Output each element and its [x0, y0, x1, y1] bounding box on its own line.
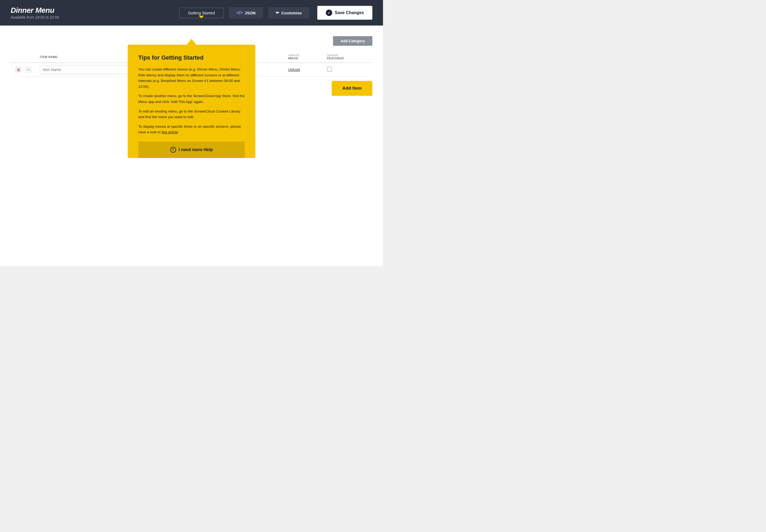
- tooltip-para-1: You can create different menus (e.g. Din…: [138, 67, 245, 89]
- image-cell: Upload: [284, 63, 323, 77]
- th-image: (optional) IMAGE: [284, 51, 323, 63]
- featured-checkbox[interactable]: [327, 67, 332, 72]
- drag-icon: ≡: [26, 67, 31, 73]
- featured-cell: [323, 63, 372, 77]
- add-item-button[interactable]: Add Item: [332, 81, 372, 96]
- nav-tabs: Getting Started: [179, 8, 224, 18]
- header: Dinner Menu Available from 18:00 to 22:0…: [0, 0, 383, 26]
- add-category-button[interactable]: Add Category: [333, 36, 372, 46]
- tooltip-title: Tips for Getting Started: [138, 54, 245, 61]
- help-button[interactable]: ? I need more Help: [138, 142, 245, 158]
- tooltip-body: You can create different menus (e.g. Din…: [138, 67, 245, 135]
- tooltip-arrow: [187, 39, 196, 45]
- tooltip-para-4: To display menus at specific times or on…: [138, 124, 245, 135]
- th-featured: (optional) FEATURED: [323, 51, 372, 63]
- pencil-icon: ✏: [276, 10, 279, 15]
- th-actions: [11, 51, 36, 63]
- customise-button[interactable]: ✏ Customise: [268, 7, 309, 18]
- menu-subtitle: Available from 18:00 to 22:00: [11, 15, 59, 19]
- delete-row-button[interactable]: 🗑: [14, 66, 22, 74]
- tooltip-overlay: Tips for Getting Started You can create …: [128, 39, 255, 158]
- tooltip-para-3: To edit an existing menu, go to the Scre…: [138, 109, 245, 120]
- code-icon: </>: [236, 10, 243, 15]
- header-title-area: Dinner Menu Available from 18:00 to 22:0…: [11, 6, 59, 19]
- upload-link[interactable]: Upload: [288, 68, 300, 72]
- tooltip-box: Tips for Getting Started You can create …: [128, 45, 255, 158]
- row-actions-cell: 🗑 ≡: [11, 63, 36, 77]
- main-content: Add Category ITEM NAME D (optional) CALO…: [0, 26, 383, 266]
- tooltip-para-2: To create another menu, go to the Screen…: [138, 93, 245, 105]
- trash-icon: 🗑: [15, 67, 21, 73]
- tab-getting-started[interactable]: Getting Started: [179, 8, 224, 18]
- help-circle-icon: ?: [170, 147, 176, 153]
- json-button[interactable]: </> JSON: [229, 7, 263, 18]
- this-article-link[interactable]: this article: [162, 130, 178, 134]
- check-icon: ✓: [326, 10, 332, 16]
- menu-title: Dinner Menu: [11, 6, 59, 15]
- drag-handle-button[interactable]: ≡: [24, 66, 32, 74]
- save-changes-button[interactable]: ✓ Save Changes: [317, 6, 372, 20]
